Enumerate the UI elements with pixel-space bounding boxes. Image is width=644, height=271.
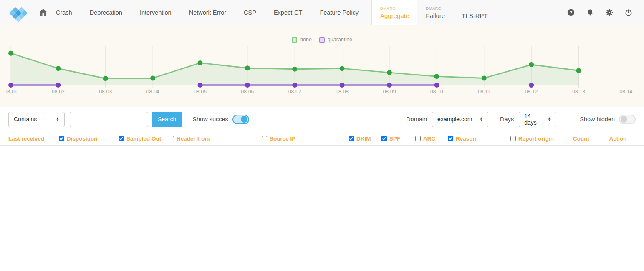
show-hidden-toggle[interactable]	[619, 115, 636, 124]
quarantine-data-point[interactable]	[529, 83, 534, 88]
logout-icon[interactable]	[625, 9, 632, 16]
column-header-reason: Reason	[436, 132, 498, 145]
column-header-report_origin: Report origin	[498, 132, 565, 145]
column-checkbox-disposition[interactable]	[59, 136, 64, 141]
quarantine-data-point[interactable]	[8, 83, 13, 88]
nav-item-deprecation[interactable]: Deprecation	[81, 9, 131, 16]
days-select[interactable]: 14 days ▲▼	[519, 112, 556, 127]
svg-text:?: ?	[570, 10, 573, 15]
x-axis-label: 08-07	[288, 89, 301, 95]
search-button[interactable]: Search	[152, 112, 182, 127]
dmarc-disposition-chart: 08-0108-0208-0308-0408-0508-0608-0708-08…	[0, 25, 644, 107]
toggle-knob	[621, 116, 627, 123]
table-header: Last receivedDispositionSampled OutHeade…	[0, 132, 644, 146]
none-data-point[interactable]	[340, 66, 345, 71]
column-label: Source IP	[270, 136, 295, 142]
tab-failure[interactable]: DMARCFailure	[417, 0, 453, 25]
none-data-point[interactable]	[387, 70, 392, 75]
tab-label: Failure	[426, 12, 445, 19]
tab-label: TLS-RPT	[462, 12, 488, 19]
quarantine-data-point[interactable]	[387, 83, 392, 88]
column-header-header_from: Header from	[161, 132, 250, 145]
quarantine-data-point[interactable]	[198, 83, 203, 88]
nav-item-feature-policy[interactable]: Feature Policy	[311, 9, 367, 16]
column-header-disposition: Disposition	[52, 132, 109, 145]
column-header-last_received: Last received	[0, 132, 52, 145]
x-axis-label: 08-03	[99, 89, 112, 95]
top-icons: ?	[567, 0, 632, 25]
column-header-source_ip: Source IP	[250, 132, 336, 145]
show-success-label: Show succes	[192, 116, 228, 123]
search-input[interactable]	[70, 112, 148, 127]
none-data-point[interactable]	[150, 75, 155, 80]
top-navigation-bar: CrashDeprecationInterventionNetwork Erro…	[0, 0, 644, 25]
chevron-updown-icon: ▲▼	[548, 117, 551, 121]
domain-value: example.com	[437, 116, 472, 123]
nav-item-network-error[interactable]: Network Error	[180, 9, 235, 16]
none-data-point[interactable]	[56, 66, 61, 71]
none-data-point[interactable]	[198, 60, 203, 65]
column-checkbox-reason[interactable]	[448, 136, 453, 141]
column-checkbox-spf[interactable]	[381, 136, 387, 141]
none-data-point[interactable]	[529, 62, 534, 67]
tab-tls-rpt[interactable]: TLS-RPT	[453, 0, 496, 25]
settings-icon[interactable]	[606, 9, 613, 16]
dmarc-tabs: DMARCAggregateDMARCFailureTLS-RPT	[372, 0, 496, 25]
help-icon[interactable]: ?	[567, 9, 575, 16]
column-header-dkim: DKIM	[336, 132, 369, 145]
show-success-toggle[interactable]	[232, 115, 249, 124]
tab-aggregate[interactable]: DMARCAggregate	[372, 0, 417, 25]
none-data-point[interactable]	[434, 74, 439, 79]
legend-swatch	[319, 37, 325, 43]
legend-label: quarantine	[328, 37, 352, 43]
column-label: Last received	[8, 136, 44, 142]
column-checkbox-header_from[interactable]	[169, 136, 174, 141]
none-data-point[interactable]	[482, 75, 487, 80]
app-logo-icon[interactable]	[9, 3, 28, 22]
none-data-point[interactable]	[576, 68, 581, 73]
none-data-point[interactable]	[292, 67, 297, 72]
nav-item-expect-ct[interactable]: Expect-CT	[265, 9, 311, 16]
tab-super-label: DMARC	[426, 6, 445, 12]
column-header-arc: ARC	[403, 132, 436, 145]
quarantine-data-point[interactable]	[245, 83, 250, 88]
nav-items: CrashDeprecationInterventionNetwork Erro…	[47, 0, 367, 25]
home-icon[interactable]	[39, 9, 47, 16]
legend-item-quarantine[interactable]: quarantine	[319, 37, 352, 43]
x-axis-label: 08-11	[478, 89, 490, 95]
chevron-updown-icon: ▲▼	[480, 117, 483, 121]
column-checkbox-arc[interactable]	[415, 136, 421, 141]
column-checkbox-dkim[interactable]	[349, 136, 354, 141]
quarantine-data-point[interactable]	[292, 83, 297, 88]
notifications-icon[interactable]	[586, 9, 594, 16]
legend-item-none[interactable]: none	[292, 37, 312, 43]
match-type-select[interactable]: Contains ▲▼	[8, 112, 65, 127]
column-label: Disposition	[67, 136, 98, 142]
x-axis-label: 08-04	[146, 89, 159, 95]
column-label: Header from	[177, 136, 210, 142]
nav-item-csp[interactable]: CSP	[235, 9, 265, 16]
column-header-action: Action	[592, 132, 644, 145]
filter-bar: Contains ▲▼ Search Show succes Domain ex…	[0, 107, 644, 132]
show-hidden-label: Show hidden	[580, 116, 615, 123]
x-axis-label: 08-10	[430, 89, 443, 95]
quarantine-data-point[interactable]	[56, 83, 61, 88]
match-type-value: Contains	[14, 116, 37, 123]
column-checkbox-source_ip[interactable]	[262, 136, 267, 141]
chevron-updown-icon: ▲▼	[56, 117, 59, 121]
column-checkbox-sampled_out[interactable]	[119, 136, 124, 141]
days-value: 14 days	[524, 113, 543, 126]
x-axis-label: 08-02	[52, 89, 65, 95]
quarantine-data-point[interactable]	[434, 83, 439, 88]
nav-item-intervention[interactable]: Intervention	[131, 9, 180, 16]
toggle-knob	[241, 116, 247, 123]
domain-select[interactable]: example.com ▲▼	[432, 112, 488, 127]
nav-item-crash[interactable]: Crash	[47, 9, 81, 16]
quarantine-data-point[interactable]	[340, 83, 345, 88]
none-data-point[interactable]	[103, 76, 108, 81]
none-data-point[interactable]	[8, 51, 13, 56]
column-label: SPF	[389, 136, 400, 142]
none-data-point[interactable]	[245, 65, 250, 70]
column-label: Report origin	[518, 136, 554, 142]
column-checkbox-report_origin[interactable]	[510, 136, 516, 141]
